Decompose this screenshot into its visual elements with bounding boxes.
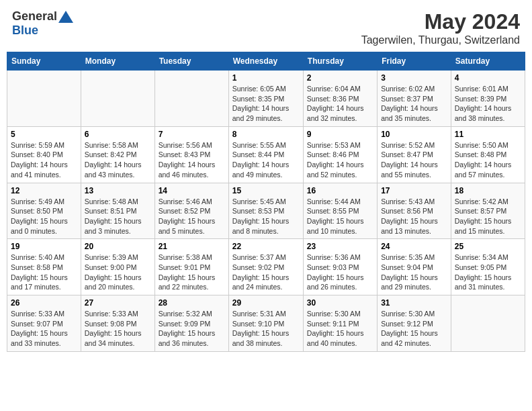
col-header-thursday: Thursday — [303, 52, 377, 71]
calendar-week-row: 1Sunrise: 6:05 AMSunset: 8:35 PMDaylight… — [7, 71, 525, 127]
day-number: 14 — [159, 186, 225, 195]
day-number: 10 — [381, 130, 447, 139]
col-header-monday: Monday — [81, 52, 154, 71]
logo-general-text: General — [12, 9, 57, 24]
calendar-cell: 9Sunrise: 5:53 AMSunset: 8:46 PMDaylight… — [303, 126, 377, 183]
logo-icon — [58, 11, 73, 23]
day-number: 19 — [11, 242, 77, 251]
day-detail: Sunrise: 5:30 AMSunset: 9:11 PMDaylight:… — [307, 309, 373, 349]
day-detail: Sunrise: 5:38 AMSunset: 9:01 PMDaylight:… — [159, 253, 225, 292]
day-number: 9 — [307, 130, 373, 139]
logo: General Blue — [12, 9, 73, 38]
calendar-cell: 30Sunrise: 5:30 AMSunset: 9:11 PMDayligh… — [303, 295, 377, 352]
day-number: 7 — [159, 130, 225, 139]
day-number: 1 — [232, 73, 300, 83]
day-detail: Sunrise: 5:53 AMSunset: 8:46 PMDaylight:… — [307, 140, 373, 180]
day-number: 15 — [232, 186, 300, 195]
day-number: 5 — [11, 130, 77, 139]
day-number: 29 — [232, 298, 300, 308]
calendar-cell — [81, 71, 154, 127]
day-number: 23 — [307, 242, 373, 251]
calendar-cell: 25Sunrise: 5:34 AMSunset: 9:05 PMDayligh… — [451, 239, 525, 295]
calendar-cell: 15Sunrise: 5:45 AMSunset: 8:53 PMDayligh… — [228, 183, 303, 239]
col-header-tuesday: Tuesday — [154, 52, 228, 71]
day-detail: Sunrise: 5:42 AMSunset: 8:57 PMDaylight:… — [455, 197, 521, 236]
col-header-wednesday: Wednesday — [228, 52, 303, 71]
col-header-friday: Friday — [378, 52, 451, 71]
day-number: 17 — [381, 186, 447, 195]
day-detail: Sunrise: 5:50 AMSunset: 8:48 PMDaylight:… — [455, 140, 521, 180]
calendar-cell — [451, 295, 525, 352]
day-number: 2 — [307, 73, 373, 83]
calendar-week-row: 19Sunrise: 5:40 AMSunset: 8:58 PMDayligh… — [7, 239, 525, 295]
day-detail: Sunrise: 5:48 AMSunset: 8:51 PMDaylight:… — [85, 197, 151, 236]
col-header-sunday: Sunday — [7, 52, 81, 71]
day-number: 21 — [159, 242, 225, 251]
day-detail: Sunrise: 5:43 AMSunset: 8:56 PMDaylight:… — [381, 197, 447, 236]
calendar-cell: 17Sunrise: 5:43 AMSunset: 8:56 PMDayligh… — [378, 183, 451, 239]
day-detail: Sunrise: 5:58 AMSunset: 8:42 PMDaylight:… — [85, 140, 151, 180]
calendar-cell: 29Sunrise: 5:31 AMSunset: 9:10 PMDayligh… — [228, 295, 303, 352]
day-detail: Sunrise: 5:45 AMSunset: 8:53 PMDaylight:… — [232, 197, 300, 236]
calendar-cell: 2Sunrise: 6:04 AMSunset: 8:36 PMDaylight… — [303, 71, 377, 127]
day-detail: Sunrise: 5:56 AMSunset: 8:43 PMDaylight:… — [159, 140, 225, 180]
calendar-cell: 22Sunrise: 5:37 AMSunset: 9:02 PMDayligh… — [228, 239, 303, 295]
calendar-cell: 6Sunrise: 5:58 AMSunset: 8:42 PMDaylight… — [81, 126, 154, 183]
day-detail: Sunrise: 5:39 AMSunset: 9:00 PMDaylight:… — [85, 253, 151, 292]
calendar-cell: 11Sunrise: 5:50 AMSunset: 8:48 PMDayligh… — [451, 126, 525, 183]
calendar-cell: 5Sunrise: 5:59 AMSunset: 8:40 PMDaylight… — [7, 126, 81, 183]
day-detail: Sunrise: 6:05 AMSunset: 8:35 PMDaylight:… — [232, 84, 300, 124]
calendar-header-row: SundayMondayTuesdayWednesdayThursdayFrid… — [7, 52, 525, 71]
calendar-cell: 10Sunrise: 5:52 AMSunset: 8:47 PMDayligh… — [378, 126, 451, 183]
day-detail: Sunrise: 5:35 AMSunset: 9:04 PMDaylight:… — [381, 253, 447, 292]
day-detail: Sunrise: 5:40 AMSunset: 8:58 PMDaylight:… — [11, 253, 77, 292]
day-number: 4 — [455, 73, 521, 83]
day-detail: Sunrise: 5:46 AMSunset: 8:52 PMDaylight:… — [159, 197, 225, 236]
calendar-cell: 24Sunrise: 5:35 AMSunset: 9:04 PMDayligh… — [378, 239, 451, 295]
day-detail: Sunrise: 5:37 AMSunset: 9:02 PMDaylight:… — [232, 253, 300, 292]
day-number: 22 — [232, 242, 300, 251]
main-title: May 2024 — [361, 9, 520, 34]
day-number: 16 — [307, 186, 373, 195]
day-detail: Sunrise: 5:30 AMSunset: 9:12 PMDaylight:… — [381, 309, 447, 349]
day-number: 20 — [85, 242, 151, 251]
calendar-cell: 4Sunrise: 6:01 AMSunset: 8:39 PMDaylight… — [451, 71, 525, 127]
calendar-cell: 28Sunrise: 5:32 AMSunset: 9:09 PMDayligh… — [154, 295, 228, 352]
calendar-cell: 3Sunrise: 6:02 AMSunset: 8:37 PMDaylight… — [378, 71, 451, 127]
calendar-week-row: 26Sunrise: 5:33 AMSunset: 9:07 PMDayligh… — [7, 295, 525, 352]
title-block: May 2024 Tagerwilen, Thurgau, Switzerlan… — [361, 9, 520, 46]
day-number: 31 — [381, 298, 447, 308]
calendar-cell: 27Sunrise: 5:33 AMSunset: 9:08 PMDayligh… — [81, 295, 154, 352]
day-detail: Sunrise: 5:36 AMSunset: 9:03 PMDaylight:… — [307, 253, 373, 292]
day-detail: Sunrise: 5:32 AMSunset: 9:09 PMDaylight:… — [159, 309, 225, 349]
calendar-cell: 1Sunrise: 6:05 AMSunset: 8:35 PMDaylight… — [228, 71, 303, 127]
day-number: 27 — [85, 298, 151, 308]
day-detail: Sunrise: 6:02 AMSunset: 8:37 PMDaylight:… — [381, 84, 447, 124]
day-number: 25 — [455, 242, 521, 251]
calendar-cell: 16Sunrise: 5:44 AMSunset: 8:55 PMDayligh… — [303, 183, 377, 239]
day-detail: Sunrise: 5:33 AMSunset: 9:08 PMDaylight:… — [85, 309, 151, 349]
calendar-cell: 14Sunrise: 5:46 AMSunset: 8:52 PMDayligh… — [154, 183, 228, 239]
day-number: 13 — [85, 186, 151, 195]
subtitle: Tagerwilen, Thurgau, Switzerland — [361, 34, 520, 46]
day-detail: Sunrise: 5:33 AMSunset: 9:07 PMDaylight:… — [11, 309, 77, 349]
day-number: 12 — [11, 186, 77, 195]
page-header: General Blue May 2024 Tagerwilen, Thurga… — [7, 7, 525, 49]
calendar-cell: 20Sunrise: 5:39 AMSunset: 9:00 PMDayligh… — [81, 239, 154, 295]
calendar-cell — [154, 71, 228, 127]
day-detail: Sunrise: 5:59 AMSunset: 8:40 PMDaylight:… — [11, 140, 77, 180]
calendar-cell: 12Sunrise: 5:49 AMSunset: 8:50 PMDayligh… — [7, 183, 81, 239]
day-number: 26 — [11, 298, 77, 308]
day-detail: Sunrise: 5:31 AMSunset: 9:10 PMDaylight:… — [232, 309, 300, 349]
day-detail: Sunrise: 5:34 AMSunset: 9:05 PMDaylight:… — [455, 253, 521, 292]
day-detail: Sunrise: 5:55 AMSunset: 8:44 PMDaylight:… — [232, 140, 300, 180]
day-detail: Sunrise: 5:52 AMSunset: 8:47 PMDaylight:… — [381, 140, 447, 180]
calendar-cell: 8Sunrise: 5:55 AMSunset: 8:44 PMDaylight… — [228, 126, 303, 183]
day-number: 30 — [307, 298, 373, 308]
day-number: 8 — [232, 130, 300, 139]
calendar-cell: 26Sunrise: 5:33 AMSunset: 9:07 PMDayligh… — [7, 295, 81, 352]
calendar-week-row: 12Sunrise: 5:49 AMSunset: 8:50 PMDayligh… — [7, 183, 525, 239]
col-header-saturday: Saturday — [451, 52, 525, 71]
day-number: 11 — [455, 130, 521, 139]
calendar-cell — [7, 71, 81, 127]
